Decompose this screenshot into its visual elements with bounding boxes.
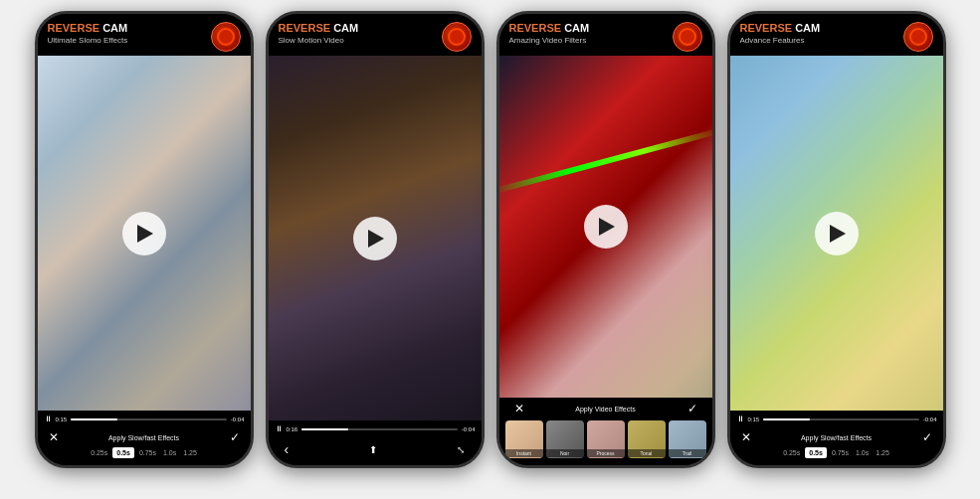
app-title-1: REVERSE CAM [48, 22, 128, 35]
cam-label-4: CAM [792, 22, 820, 34]
effects-row-3: Instant Noir Process Tonal Trail [505, 417, 706, 461]
speed-10-1[interactable]: 1.0s [161, 448, 178, 457]
phone-device-2: REVERSE CAM Slow Motion Video ⏸ 0:16 -0:… [266, 11, 485, 468]
video-area-3 [499, 56, 712, 398]
video-area-1 [38, 56, 251, 411]
phone-device-4: REVERSE CAM Advance Features ⏸ 0:15 -0:0… [727, 11, 946, 468]
speed-025-1[interactable]: 0.25s [89, 448, 109, 457]
play-button-4[interactable] [815, 212, 859, 255]
cam-label-1: CAM [99, 22, 127, 34]
app-icon-inner-4 [909, 28, 927, 46]
header-3: REVERSE CAM Amazing Video Filters [499, 14, 712, 56]
time-start-1: 0:15 [56, 416, 68, 422]
apply-label-4: Apply Slow/fast Effects [756, 434, 917, 441]
timeline-bar-1[interactable] [71, 418, 227, 420]
speed-075-1[interactable]: 0.75s [137, 448, 158, 457]
play-button-3[interactable] [584, 205, 628, 249]
expand-icon-2[interactable]: ⤡ [457, 444, 465, 455]
header-2: REVERSE CAM Slow Motion Video [269, 14, 482, 56]
effect-instant-label: Instant [505, 449, 543, 457]
cam-label-2: CAM [330, 22, 358, 34]
reverse-label-4: REVERSE [740, 22, 793, 34]
actions-row-1: ✕ Apply Slow/fast Effects ✓ [44, 430, 245, 444]
time-end-2: -0:04 [462, 426, 476, 432]
app-icon-4 [903, 22, 933, 52]
phone-device-3: REVERSE CAM Amazing Video Filters ✕ Appl… [496, 11, 715, 468]
app-icon-3 [673, 22, 702, 52]
back-icon-2[interactable]: ‹ [285, 441, 290, 457]
play-triangle-2 [368, 230, 384, 248]
effect-process[interactable]: Process [587, 420, 625, 458]
speed-05-4[interactable]: 0.5s [805, 447, 827, 458]
reverse-label-2: REVERSE [279, 22, 331, 34]
timeline-progress-2 [301, 428, 348, 430]
speed-025-4[interactable]: 0.25s [781, 448, 802, 457]
time-start-2: 0:16 [287, 426, 298, 432]
apply-row-3: ✕ Apply Video Effects ✓ [505, 402, 706, 417]
video-area-4 [730, 56, 943, 411]
header-text-3: REVERSE CAM Amazing Video Filters [509, 22, 590, 45]
reverse-label-1: REVERSE [48, 22, 100, 34]
close-button-1[interactable]: ✕ [44, 430, 64, 444]
speed-05-1[interactable]: 0.5s [112, 447, 134, 458]
app-icon-inner-1 [217, 28, 235, 46]
effect-tonal[interactable]: Tonal [628, 420, 666, 458]
check-button-4[interactable]: ✓ [917, 430, 937, 444]
controls-3: ✕ Apply Video Effects ✓ Instant Noir Pro… [499, 398, 712, 465]
check-button-3[interactable]: ✓ [683, 402, 702, 416]
speed-row-1: 0.25s 0.5s 0.75s 1.0s 1.25 [44, 447, 245, 458]
time-end-4: -0:04 [923, 416, 937, 422]
app-title-2: REVERSE CAM [279, 22, 359, 35]
speed-10-4[interactable]: 1.0s [854, 448, 871, 457]
timeline-bar-2[interactable] [301, 428, 458, 430]
close-button-3[interactable]: ✕ [509, 402, 529, 416]
timeline-4: ⏸ 0:15 -0:04 [736, 415, 937, 423]
effect-instant[interactable]: Instant [505, 420, 543, 458]
header-text-2: REVERSE CAM Slow Motion Video [279, 22, 359, 45]
pause-icon-4[interactable]: ⏸ [736, 415, 744, 423]
app-icon-2 [442, 22, 472, 52]
phone-screen-2: REVERSE CAM Slow Motion Video ⏸ 0:16 -0:… [266, 11, 485, 488]
subtitle-4: Advance Features [740, 36, 821, 45]
play-triangle-3 [599, 218, 615, 236]
speed-controls-1: ✕ Apply Slow/fast Effects ✓ 0.25s 0.5s 0… [44, 427, 245, 461]
play-triangle-1 [137, 225, 153, 243]
timeline-progress-4 [763, 418, 810, 420]
effect-noir-label: Noir [546, 449, 584, 457]
play-button-1[interactable] [122, 212, 166, 255]
header-text-4: REVERSE CAM Advance Features [740, 22, 821, 45]
time-end-1: -0:04 [231, 416, 245, 422]
actions-row-4: ✕ Apply Slow/fast Effects ✓ [736, 430, 937, 444]
nav-row-2: ‹ ⬆ ⤡ [275, 437, 476, 461]
video-area-2 [269, 56, 482, 420]
share-icon-2[interactable]: ⬆ [369, 444, 377, 455]
controls-4: ⏸ 0:15 -0:04 ✕ Apply Slow/fast Effects ✓… [730, 411, 943, 465]
check-button-1[interactable]: ✓ [225, 430, 245, 444]
time-start-4: 0:15 [748, 416, 760, 422]
speed-controls-4: ✕ Apply Slow/fast Effects ✓ 0.25s 0.5s 0… [736, 427, 937, 461]
app-title-4: REVERSE CAM [740, 22, 821, 35]
effect-process-label: Process [587, 449, 625, 457]
speed-075-4[interactable]: 0.75s [830, 448, 851, 457]
timeline-1: ⏸ 0:15 -0:04 [44, 415, 245, 423]
speed-125-1[interactable]: 1.25 [181, 448, 199, 457]
timeline-2: ⏸ 0:16 -0:04 [275, 424, 476, 433]
subtitle-3: Amazing Video Filters [509, 36, 590, 45]
pause-icon-1[interactable]: ⏸ [44, 415, 52, 423]
phone-screen-1: REVERSE CAM Ultimate Slomo Effects ⏸ 0:1… [35, 11, 254, 488]
effect-noir[interactable]: Noir [546, 420, 584, 458]
phone-screen-4: REVERSE CAM Advance Features ⏸ 0:15 -0:0… [727, 11, 946, 488]
header-text-1: REVERSE CAM Ultimate Slomo Effects [48, 22, 128, 45]
pause-icon-2[interactable]: ⏸ [275, 424, 283, 433]
close-button-4[interactable]: ✕ [736, 430, 756, 444]
timeline-bar-4[interactable] [763, 418, 919, 420]
controls-1: ⏸ 0:15 -0:04 ✕ Apply Slow/fast Effects ✓… [38, 411, 251, 465]
apply-label-1: Apply Slow/fast Effects [64, 434, 225, 441]
play-button-2[interactable] [353, 217, 397, 260]
app-icon-1 [211, 22, 241, 52]
reverse-label-3: REVERSE [509, 22, 562, 34]
effect-tonal-label: Tonal [628, 449, 666, 457]
app-icon-inner-2 [448, 28, 466, 46]
effect-trail[interactable]: Trail [669, 420, 706, 458]
speed-125-4[interactable]: 1.25 [874, 448, 891, 457]
